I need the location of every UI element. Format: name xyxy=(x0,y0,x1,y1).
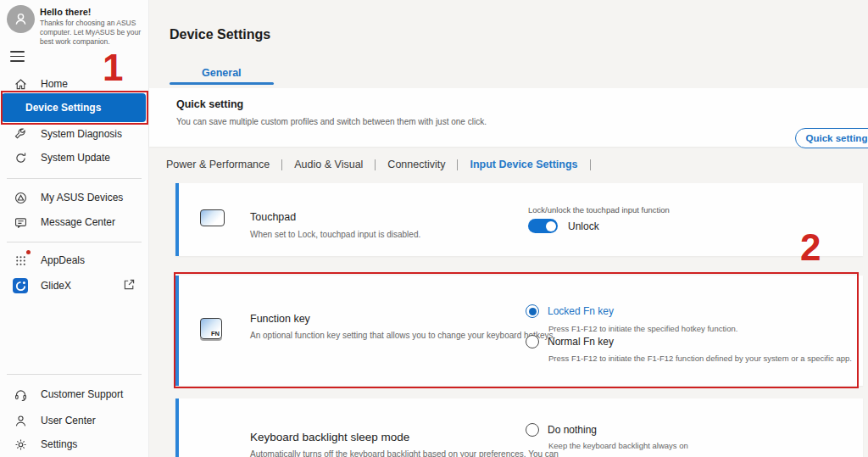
touchpad-title: Touchpad xyxy=(250,211,296,223)
radio-normal-fn-key[interactable]: Normal Fn key xyxy=(526,335,614,348)
option-label: Do nothing xyxy=(548,424,597,436)
sidebar-item-label: GlideX xyxy=(41,280,71,292)
function-key-title: Function key xyxy=(250,313,310,325)
option-description: Keep the keyboard backlight always on xyxy=(548,441,688,450)
subtab-separator xyxy=(457,159,458,170)
subtab-connectivity[interactable]: Connectivity xyxy=(387,159,445,170)
wrench-icon xyxy=(13,126,28,142)
sidebar-divider xyxy=(7,178,142,179)
user-icon xyxy=(13,413,28,428)
notification-dot xyxy=(26,250,31,254)
sidebar-item-label: Message Center xyxy=(41,216,115,228)
sidebar-item-customer-support[interactable]: Customer Support xyxy=(0,382,148,406)
function-key-description: An optional function key setting that al… xyxy=(250,331,555,340)
greeting-title: Hello there! xyxy=(40,7,143,17)
sidebar-item-message-center[interactable]: Message Center xyxy=(0,210,148,234)
sidebar-item-label: Settings xyxy=(41,438,77,450)
option-description: Press F1-F12 to initiate the F1-F12 func… xyxy=(548,354,852,363)
annotation-step-1: 1 xyxy=(103,49,123,86)
gear-icon xyxy=(13,437,28,452)
subtab-power-performance[interactable]: Power & Performance xyxy=(166,159,270,170)
option-label: Normal Fn key xyxy=(548,336,614,348)
message-icon xyxy=(13,215,28,230)
radio-unselected-icon[interactable] xyxy=(526,335,539,348)
myasus-window: Hello there! Thanks for choosing an ASUS… xyxy=(0,0,868,457)
sidebar-divider xyxy=(7,374,142,375)
sidebar-item-label: Device Settings xyxy=(25,102,101,114)
subtab-audio-visual[interactable]: Audio & Visual xyxy=(294,159,363,170)
sidebar-item-label: System Update xyxy=(41,152,110,164)
sidebar-item-system-diagnosis[interactable]: System Diagnosis xyxy=(0,122,148,146)
quick-setting-card: Quick setting You can save multiple cust… xyxy=(149,88,868,147)
greeting-block: Hello there! Thanks for choosing an ASUS… xyxy=(7,5,144,47)
greeting-message: Thanks for choosing an ASUS computer. Le… xyxy=(40,19,143,47)
sidebar-item-label: My ASUS Devices xyxy=(41,192,123,203)
touchpad-toggle-label: Unlock xyxy=(568,220,599,232)
sidebar-item-user-center[interactable]: User Center xyxy=(0,409,148,432)
update-icon xyxy=(13,150,28,165)
appdeals-grid-icon xyxy=(13,253,28,268)
device-circle-icon xyxy=(13,190,28,205)
radio-locked-fn-key[interactable]: Locked Fn key xyxy=(526,304,614,318)
sidebar-item-label: User Center xyxy=(41,415,96,426)
quick-setting-button[interactable]: Quick setting xyxy=(795,128,868,148)
tab-underline xyxy=(170,82,274,85)
radio-do-nothing[interactable]: Do nothing xyxy=(526,423,597,437)
radio-unselected-icon[interactable] xyxy=(526,423,539,437)
keyboard-backlight-description: Automatically turns off the keyboard bac… xyxy=(250,449,559,457)
tab-general[interactable]: General xyxy=(202,67,242,79)
touchpad-card: Touchpad When set to Lock, touchpad inpu… xyxy=(175,183,863,256)
fn-key-icon: FN xyxy=(200,318,222,339)
sidebar-divider xyxy=(7,242,142,242)
sidebar-item-glidex[interactable]: GlideX xyxy=(0,274,148,298)
sidebar-item-appdeals[interactable]: AppDeals xyxy=(0,248,148,272)
radio-selected-icon[interactable] xyxy=(526,304,539,318)
home-icon xyxy=(13,76,28,92)
glidex-icon xyxy=(13,278,28,293)
sidebar-item-label: Home xyxy=(41,78,68,90)
function-key-card: FN Function key An optional function key… xyxy=(175,276,863,386)
external-link-icon[interactable] xyxy=(122,277,136,294)
sidebar-item-label: Customer Support xyxy=(41,388,123,400)
subtab-separator xyxy=(281,159,282,170)
sidebar-item-my-asus-devices[interactable]: My ASUS Devices xyxy=(0,186,148,209)
annotation-step-2: 2 xyxy=(800,229,821,266)
subtab-separator xyxy=(590,159,591,170)
sidebar-item-device-settings[interactable]: Device Settings xyxy=(2,93,146,122)
person-icon xyxy=(13,11,29,27)
sidebar-item-label: System Diagnosis xyxy=(41,128,122,140)
touchpad-description: When set to Lock, touchpad input is disa… xyxy=(250,230,420,239)
quick-setting-title: Quick setting xyxy=(176,98,243,110)
settings-subtabs: Power & Performance Audio & Visual Conne… xyxy=(166,159,603,170)
subtab-input-device-settings[interactable]: Input Device Settings xyxy=(470,159,577,170)
touchpad-icon xyxy=(200,209,225,226)
touchpad-control-label: Lock/unlock the touchpad input function xyxy=(528,205,670,215)
option-description: Press F1-F12 to initiate the specified h… xyxy=(548,324,737,333)
quick-setting-description: You can save multiple custom profiles an… xyxy=(176,117,487,126)
touchpad-toggle[interactable] xyxy=(528,219,558,233)
headset-icon xyxy=(13,387,28,402)
sidebar: Hello there! Thanks for choosing an ASUS… xyxy=(0,0,149,457)
page-title: Device Settings xyxy=(170,27,270,42)
avatar[interactable] xyxy=(7,5,35,33)
keyboard-backlight-title: Keyboard backlight sleep mode xyxy=(250,431,409,443)
keyboard-backlight-card: Keyboard backlight sleep mode Automatica… xyxy=(175,398,863,457)
sidebar-item-system-update[interactable]: System Update xyxy=(0,146,148,170)
sidebar-item-label: AppDeals xyxy=(41,254,85,266)
sidebar-item-home[interactable]: Home xyxy=(0,72,148,96)
subtab-separator xyxy=(375,159,376,170)
sidebar-item-settings[interactable]: Settings xyxy=(0,432,148,456)
menu-icon[interactable] xyxy=(10,51,25,62)
option-label: Locked Fn key xyxy=(548,305,614,317)
